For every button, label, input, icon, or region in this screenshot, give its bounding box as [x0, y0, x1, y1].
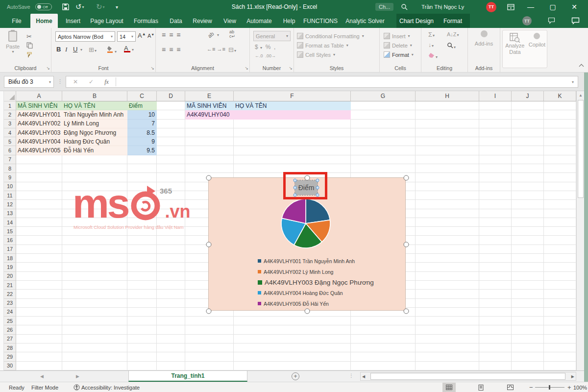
cell-G25[interactable]: [351, 317, 416, 325]
cell-I19[interactable]: [479, 263, 512, 271]
chart-legend[interactable]: A4K49VLHY001 Trần Nguyễn Minh AnhA4K49VL…: [258, 256, 374, 309]
sort-filter-button[interactable]: A↓Z▾: [447, 31, 459, 37]
cell-B22[interactable]: [62, 290, 127, 298]
row-header-12[interactable]: 12: [4, 200, 16, 209]
cell-D16[interactable]: [157, 236, 185, 245]
expand-formula-bar[interactable]: ▾: [572, 80, 574, 84]
cell-I2[interactable]: [479, 110, 512, 119]
cell-B16[interactable]: [62, 236, 127, 245]
cell-D28[interactable]: [157, 343, 185, 352]
row-header-17[interactable]: 17: [4, 245, 16, 254]
cell-C9[interactable]: [127, 173, 157, 182]
cell-I18[interactable]: [479, 254, 512, 263]
cell-A19[interactable]: [16, 263, 62, 271]
cell-H24[interactable]: [416, 308, 479, 317]
pie-slice-1[interactable]: [306, 199, 330, 223]
cell-H15[interactable]: [416, 227, 479, 236]
cell-J27[interactable]: [512, 335, 544, 343]
autosave-toggle[interactable]: Off: [35, 0, 52, 14]
cell-F25[interactable]: [234, 317, 351, 325]
cell-H22[interactable]: [416, 290, 479, 298]
cell-I8[interactable]: [479, 164, 512, 173]
cell-A24[interactable]: [16, 308, 62, 317]
cell-G4[interactable]: [351, 128, 416, 137]
cell-B28[interactable]: [62, 343, 127, 352]
cell-K23[interactable]: [544, 299, 576, 308]
cell-G2[interactable]: [351, 110, 416, 119]
cell-I25[interactable]: [479, 317, 512, 325]
cell-K5[interactable]: [544, 137, 576, 146]
cell-C22[interactable]: [127, 290, 157, 298]
cell-J9[interactable]: [512, 173, 544, 182]
zoom-out-button[interactable]: −: [529, 382, 533, 392]
cell-K20[interactable]: [544, 272, 576, 281]
insert-cells-button[interactable]: Insert▾: [380, 31, 421, 41]
cell-D19[interactable]: [157, 263, 185, 271]
cell-J13[interactable]: [512, 209, 544, 218]
cell-J14[interactable]: [512, 218, 544, 227]
row-header-14[interactable]: 14: [4, 218, 16, 227]
row-header-4[interactable]: 4: [4, 128, 16, 137]
italic-button[interactable]: I: [65, 46, 67, 53]
cell-G29[interactable]: [351, 352, 416, 361]
cell-I9[interactable]: [479, 173, 512, 182]
cell-J1[interactable]: [512, 101, 544, 110]
row-header-21[interactable]: 21: [4, 281, 16, 290]
view-page-break-button[interactable]: [504, 382, 517, 392]
row-header-5[interactable]: 5: [4, 137, 16, 146]
cell-I21[interactable]: [479, 281, 512, 290]
cell-A13[interactable]: [16, 209, 62, 218]
cell-H28[interactable]: [416, 343, 479, 352]
cell-K26[interactable]: [544, 325, 576, 334]
cell-G26[interactable]: [351, 325, 416, 334]
cell-J11[interactable]: [512, 191, 544, 200]
horizontal-scroll-thumb[interactable]: [370, 373, 565, 380]
cell-A18[interactable]: [16, 254, 62, 263]
cell-J7[interactable]: [512, 155, 544, 164]
cell-H6[interactable]: [416, 146, 479, 155]
cell-J4[interactable]: [512, 128, 544, 137]
scroll-left-button[interactable]: ◀: [362, 374, 365, 379]
cell-J30[interactable]: [512, 362, 544, 370]
cell-E3[interactable]: [185, 120, 234, 128]
column-header-A[interactable]: A: [16, 91, 62, 101]
cell-K12[interactable]: [544, 200, 576, 209]
column-header-H[interactable]: H: [416, 91, 479, 101]
cell-D30[interactable]: [157, 362, 185, 370]
cell-K22[interactable]: [544, 290, 576, 298]
bold-button[interactable]: B: [56, 46, 61, 53]
cell-J21[interactable]: [512, 281, 544, 290]
enter-formula-icon[interactable]: ✓: [89, 78, 94, 85]
chart-selection-handle[interactable]: [206, 242, 212, 247]
row-header-16[interactable]: 16: [4, 236, 16, 245]
cell-A28[interactable]: [16, 343, 62, 352]
orientation-button[interactable]: ab: [207, 30, 215, 39]
cell-K25[interactable]: [544, 317, 576, 325]
cell-C29[interactable]: [127, 352, 157, 361]
cell-F28[interactable]: [234, 343, 351, 352]
cell-K17[interactable]: [544, 245, 576, 254]
cell-F30[interactable]: [234, 362, 351, 370]
cell-I28[interactable]: [479, 343, 512, 352]
tab-formulas[interactable]: Formulas: [128, 14, 164, 28]
cell-D20[interactable]: [157, 272, 185, 281]
cell-J6[interactable]: [512, 146, 544, 155]
cell-E29[interactable]: [185, 352, 234, 361]
scroll-up-button[interactable]: ▲: [577, 91, 585, 99]
cell-G27[interactable]: [351, 335, 416, 343]
cell-D9[interactable]: [157, 173, 185, 182]
cell-A7[interactable]: [16, 155, 62, 164]
cell-C4[interactable]: 8.5: [127, 128, 157, 137]
cell-H10[interactable]: [416, 182, 479, 191]
cell-F26[interactable]: [234, 325, 351, 334]
cell-E6[interactable]: [185, 146, 234, 155]
cell-I11[interactable]: [479, 191, 512, 200]
cell-H27[interactable]: [416, 335, 479, 343]
row-header-23[interactable]: 23: [4, 299, 16, 308]
cell-H7[interactable]: [416, 155, 479, 164]
cell-H23[interactable]: [416, 299, 479, 308]
cell-B20[interactable]: [62, 272, 127, 281]
select-all-button[interactable]: [4, 91, 16, 101]
cell-C5[interactable]: 9: [127, 137, 157, 146]
column-header-G[interactable]: G: [351, 91, 416, 101]
